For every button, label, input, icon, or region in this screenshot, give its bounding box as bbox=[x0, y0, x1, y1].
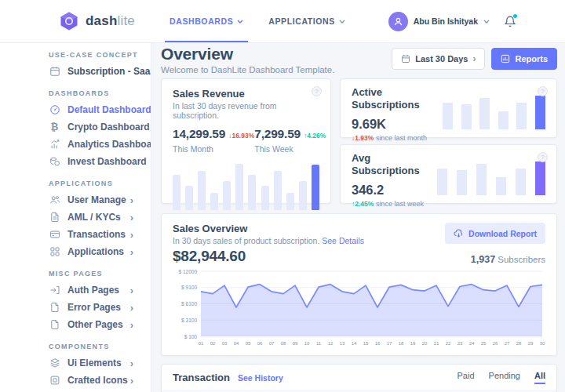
svg-text:10: 10 bbox=[304, 341, 310, 346]
page-subtitle: Welcome to DashLite Dashboard Template. bbox=[161, 64, 334, 75]
svg-text:$ 9100: $ 9100 bbox=[181, 285, 197, 290]
svg-text:05: 05 bbox=[246, 341, 251, 346]
sidebar-item-user-manage[interactable]: User Manage › bbox=[49, 191, 133, 209]
sidebar-item-applications[interactable]: Applications › bbox=[49, 243, 133, 260]
sidebar-item-crypto-dashboard[interactable]: ₿ Crypto Dashboard bbox=[49, 118, 133, 136]
sales-revenue-bar-chart bbox=[173, 162, 319, 210]
calendar-icon bbox=[401, 54, 410, 64]
sidebar: USE-CASE CONCEPT Subscription - SaaS DAS… bbox=[0, 43, 151, 392]
main-content: Overview Welcome to DashLite Dashboard T… bbox=[151, 43, 565, 392]
svg-text:25: 25 bbox=[481, 341, 487, 346]
svg-text:26: 26 bbox=[493, 341, 498, 346]
download-report-button[interactable]: Download Report bbox=[445, 223, 545, 244]
users-icon bbox=[49, 194, 60, 206]
user-menu[interactable]: Abu Bin Ishityak bbox=[388, 12, 490, 31]
chevron-right-icon: › bbox=[130, 358, 133, 368]
main-menu: DASHBOARDS APPLICATIONS bbox=[157, 0, 358, 42]
file-text-icon bbox=[49, 212, 60, 223]
chevron-right-icon: › bbox=[130, 230, 133, 240]
svg-text:18: 18 bbox=[399, 341, 404, 346]
notifications-button[interactable] bbox=[504, 15, 516, 28]
brand-name: dashlite bbox=[86, 13, 135, 29]
layers-icon bbox=[49, 358, 60, 369]
coins-icon bbox=[49, 156, 60, 168]
sidebar-item-auth-pages[interactable]: Auth Pages › bbox=[49, 281, 133, 299]
svg-text:24: 24 bbox=[469, 341, 475, 346]
week-label: This Week bbox=[254, 144, 326, 154]
see-details-link[interactable]: See Details bbox=[322, 236, 364, 245]
sidebar-item-subscription-saas[interactable]: Subscription - SaaS bbox=[49, 63, 133, 80]
svg-text:09: 09 bbox=[293, 341, 298, 346]
sales-overview-area-chart: $ 12000$ 9100$ 6100$ 3100$ 1000102030405… bbox=[173, 268, 545, 347]
reports-button[interactable]: Reports bbox=[491, 48, 557, 70]
sidebar-heading: MISC PAGES bbox=[49, 270, 151, 278]
chevron-right-icon: › bbox=[130, 195, 133, 205]
chevron-right-icon: › bbox=[130, 247, 133, 257]
svg-text:$ 6100: $ 6100 bbox=[181, 301, 197, 307]
sidebar-item-aml-kycs[interactable]: AML / KYCs › bbox=[49, 209, 133, 226]
chevron-right-icon: › bbox=[130, 303, 133, 313]
svg-text:28: 28 bbox=[516, 341, 522, 346]
sidebar-item-analytics-dashboard[interactable]: Analytics Dashboard bbox=[49, 136, 133, 153]
sidebar-heading: COMPONENTS bbox=[49, 343, 151, 351]
svg-text:13: 13 bbox=[340, 341, 345, 346]
svg-text:22: 22 bbox=[446, 341, 451, 346]
sidebar-item-ui-elements[interactable]: Ui Elements › bbox=[49, 354, 133, 372]
sidebar-item-crafted-icons[interactable]: Crafted Icons › bbox=[49, 372, 133, 389]
svg-text:14: 14 bbox=[352, 341, 357, 346]
menu-dashboards[interactable]: DASHBOARDS bbox=[157, 0, 256, 42]
svg-text:07: 07 bbox=[269, 341, 275, 346]
icons-grid-icon bbox=[49, 375, 60, 387]
help-icon[interactable]: ? bbox=[538, 86, 548, 96]
chevron-right-icon: › bbox=[130, 320, 133, 330]
date-range-button[interactable]: Last 30 Days › bbox=[392, 48, 485, 70]
chevron-down-icon bbox=[483, 20, 490, 24]
sidebar-heading: USE-CASE CONCEPT bbox=[49, 51, 151, 60]
dashboard-icon bbox=[49, 104, 60, 116]
sidebar-heading: DASHBOARDS bbox=[49, 89, 151, 98]
help-icon[interactable]: ? bbox=[538, 152, 548, 162]
svg-text:16: 16 bbox=[375, 341, 381, 346]
week-amount: 7,299.59 bbox=[254, 127, 301, 141]
chevron-down-icon bbox=[237, 20, 243, 24]
help-icon[interactable]: ? bbox=[312, 86, 322, 96]
sales-overview-amount: $82,944.60 bbox=[173, 248, 246, 265]
avg-subscriptions-card: ? Avg Subscriptions 346.2 ↑2.45% since l… bbox=[340, 144, 557, 204]
see-history-link[interactable]: See History bbox=[238, 373, 283, 383]
reports-icon bbox=[501, 54, 510, 64]
sales-overview-card: Sales Overview In 30 days sales of produ… bbox=[161, 213, 557, 356]
subscribers-count: 1,937 Subscribers bbox=[471, 254, 545, 265]
svg-text:01: 01 bbox=[199, 341, 204, 346]
cloud-download-icon bbox=[454, 229, 464, 238]
notification-dot bbox=[513, 14, 517, 18]
chevron-right-icon: › bbox=[130, 376, 133, 386]
sidebar-item-other-pages[interactable]: Other Pages › bbox=[49, 316, 133, 333]
active-subscriptions-bar-chart bbox=[443, 92, 545, 129]
month-label: This Month bbox=[173, 144, 254, 154]
svg-text:06: 06 bbox=[257, 341, 263, 346]
sales-revenue-card: ? Sales Revenue In last 30 days revenue … bbox=[161, 78, 331, 204]
svg-text:29: 29 bbox=[528, 341, 534, 346]
svg-text:$ 3100: $ 3100 bbox=[181, 318, 197, 323]
svg-text:23: 23 bbox=[457, 341, 463, 346]
card-subtitle: In 30 days sales of product subscription… bbox=[173, 236, 364, 245]
card-title: Sales Revenue bbox=[173, 88, 319, 100]
svg-text:20: 20 bbox=[422, 341, 428, 346]
tab-paid[interactable]: Paid bbox=[457, 371, 475, 384]
sidebar-item-invest-dashboard[interactable]: Invest Dashboard bbox=[49, 153, 133, 170]
sidebar-item-transactions[interactable]: Transactions › bbox=[49, 226, 133, 243]
menu-applications[interactable]: APPLICATIONS bbox=[256, 0, 358, 42]
page-icon bbox=[49, 302, 60, 314]
top-navbar: dashlite DASHBOARDS APPLICATIONS Abu Bin… bbox=[0, 0, 565, 43]
brand-logo[interactable]: dashlite bbox=[59, 11, 135, 31]
tab-all[interactable]: All bbox=[534, 371, 545, 384]
svg-text:15: 15 bbox=[363, 341, 369, 346]
avg-subscriptions-bar-chart bbox=[437, 158, 545, 195]
svg-text:$ 100: $ 100 bbox=[184, 334, 198, 339]
tab-pending[interactable]: Pending bbox=[489, 371, 520, 384]
sidebar-item-default-dashboard[interactable]: Default Dashboard bbox=[49, 101, 133, 118]
sidebar-item-error-pages[interactable]: Error Pages › bbox=[49, 299, 133, 316]
dashlite-logo-icon bbox=[59, 11, 79, 31]
month-amount: 14,299.59 bbox=[173, 127, 225, 141]
chevron-right-icon: › bbox=[472, 53, 476, 64]
